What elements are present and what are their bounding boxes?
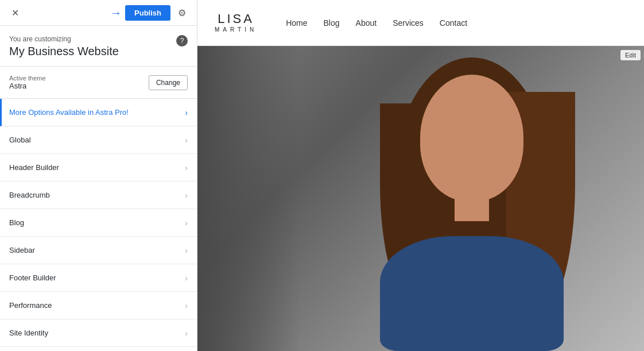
preview-panel: LISA MARTIN HomeBlogAboutServicesContact… <box>197 0 644 351</box>
gear-icon: ⚙ <box>178 7 186 18</box>
chevron-right-icon: › <box>185 329 188 338</box>
nav-item-header-builder[interactable]: Header Builder› <box>0 154 197 182</box>
preview-nav-link-about[interactable]: About <box>356 18 377 28</box>
publish-button[interactable]: Publish <box>125 5 170 21</box>
chevron-right-icon: › <box>185 246 188 255</box>
nav-item-label: Performance <box>9 301 185 310</box>
close-button[interactable]: ✕ <box>7 5 23 21</box>
customizing-info: You are customizing My Business Website … <box>0 26 197 67</box>
change-theme-button[interactable]: Change <box>149 75 188 90</box>
preview-hero-image: Edit <box>197 46 644 351</box>
nav-item-global[interactable]: Global› <box>0 126 197 154</box>
nav-item-site-identity[interactable]: Site Identity› <box>0 319 197 347</box>
preview-action-button[interactable]: Edit <box>620 50 641 60</box>
nav-item-label: Breadcrumb <box>9 191 185 199</box>
help-icon[interactable]: ? <box>176 35 188 47</box>
settings-gear-button[interactable]: ⚙ <box>174 5 190 21</box>
active-theme-label: Active theme <box>9 75 149 82</box>
theme-info: Active theme Astra <box>9 75 149 90</box>
nav-item-footer-builder[interactable]: Footer Builder› <box>0 264 197 292</box>
close-icon: ✕ <box>11 7 19 18</box>
chevron-right-icon: › <box>185 163 188 172</box>
nav-item-label: More Options Available in Astra Pro! <box>9 108 185 117</box>
nav-item-blog[interactable]: Blog› <box>0 209 197 237</box>
theme-name: Astra <box>9 82 149 90</box>
preview-nav-link-contact[interactable]: Contact <box>440 18 467 28</box>
nav-item-label: Sidebar <box>9 246 185 254</box>
nav-item-label: Site Identity <box>9 329 185 337</box>
active-theme-section: Active theme Astra Change <box>0 67 197 99</box>
chevron-right-icon: › <box>185 273 188 283</box>
chevron-right-icon: › <box>185 218 188 227</box>
site-name: My Business Website <box>9 45 188 58</box>
customizer-nav-list: More Options Available in Astra Pro!›Glo… <box>0 99 197 351</box>
logo-name: LISA <box>218 13 254 25</box>
preview-navbar: LISA MARTIN HomeBlogAboutServicesContact <box>197 0 644 46</box>
logo-subtitle: MARTIN <box>215 26 257 33</box>
preview-nav-link-services[interactable]: Services <box>393 18 424 28</box>
chevron-right-icon: › <box>185 136 188 145</box>
nav-item-more-options-available-in-astra-pro[interactable]: More Options Available in Astra Pro!› <box>0 99 197 126</box>
chevron-right-icon: › <box>185 301 188 310</box>
nav-item-label: Blog <box>9 218 185 227</box>
chevron-right-icon: › <box>185 108 188 117</box>
nav-item-label: Footer Builder <box>9 273 185 282</box>
customizer-panel: ✕ → Publish ⚙ You are customizing My Bus… <box>0 0 197 351</box>
nav-item-breadcrumb[interactable]: Breadcrumb› <box>0 182 197 209</box>
overlay-left <box>197 46 301 351</box>
top-bar: ✕ → Publish ⚙ <box>0 0 197 26</box>
nav-item-label: Global <box>9 136 185 144</box>
nav-item-label: Header Builder <box>9 163 185 172</box>
nav-item-sidebar[interactable]: Sidebar› <box>0 237 197 264</box>
preview-action-area: Edit <box>620 49 641 60</box>
chevron-right-icon: › <box>185 191 188 200</box>
preview-nav-links: HomeBlogAboutServicesContact <box>286 18 627 28</box>
preview-nav-link-home[interactable]: Home <box>286 18 307 28</box>
preview-nav-link-blog[interactable]: Blog <box>324 18 340 28</box>
hero-person <box>334 46 610 351</box>
nav-item-performance[interactable]: Performance› <box>0 292 197 319</box>
customizing-label: You are customizing <box>9 35 188 43</box>
site-logo: LISA MARTIN <box>215 13 257 33</box>
arrow-icon: → <box>110 6 122 20</box>
